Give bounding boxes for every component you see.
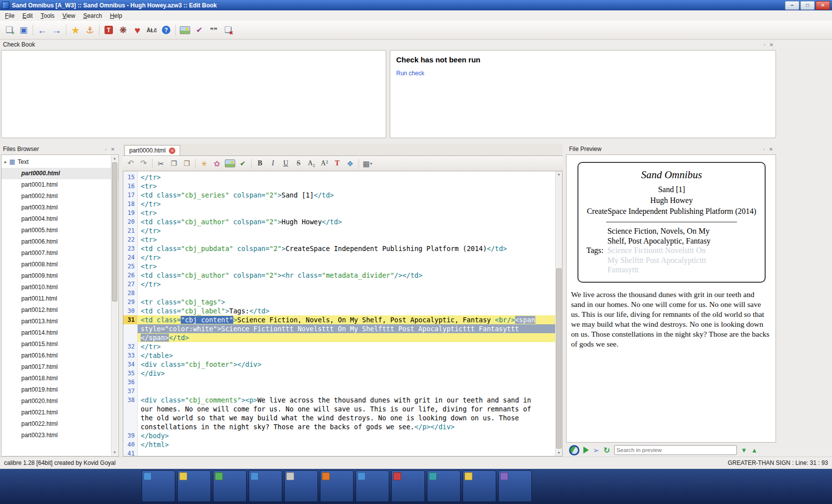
file-item[interactable]: part0015.html bbox=[1, 339, 118, 350]
files-tree-root[interactable]: ▸ ▦ Text bbox=[1, 155, 118, 168]
file-item[interactable]: part0014.html bbox=[1, 327, 118, 339]
maximize-button[interactable]: □ bbox=[800, 1, 815, 10]
file-item[interactable]: part0023.html bbox=[1, 430, 118, 441]
paste-icon[interactable]: ❒ bbox=[181, 157, 193, 169]
redo-icon[interactable]: ↷ bbox=[138, 157, 150, 169]
remove-unused-css-icon[interactable]: ❏✖ bbox=[221, 23, 235, 37]
minimize-button[interactable]: – bbox=[785, 1, 799, 10]
italic-icon[interactable]: I bbox=[267, 157, 279, 169]
taskbar-button[interactable] bbox=[391, 470, 425, 502]
close-panel-icon[interactable]: ✕ bbox=[770, 42, 774, 48]
file-item[interactable]: part0002.html bbox=[1, 191, 118, 202]
donate-star-icon[interactable]: ★ bbox=[69, 23, 82, 37]
spell-check-icon[interactable]: ✔ bbox=[193, 23, 206, 37]
run-check-link[interactable]: Run check bbox=[396, 70, 424, 77]
float-panel-icon[interactable]: ▫ bbox=[763, 147, 765, 152]
file-item[interactable]: part0006.html bbox=[1, 236, 118, 248]
close-button[interactable]: ✕ bbox=[816, 1, 830, 10]
cut-icon[interactable]: ✂ bbox=[155, 157, 167, 169]
file-item[interactable]: part0008.html bbox=[1, 259, 118, 270]
live-preview-icon[interactable] bbox=[569, 445, 579, 455]
scroll-down-icon[interactable]: ▼ bbox=[111, 450, 118, 455]
taskbar-button[interactable] bbox=[284, 470, 318, 502]
file-item[interactable]: part0019.html bbox=[1, 384, 118, 396]
taskbar-button[interactable] bbox=[463, 470, 496, 502]
taskbar-button[interactable] bbox=[249, 470, 282, 502]
taskbar-button[interactable] bbox=[142, 470, 175, 502]
menu-file[interactable]: File bbox=[1, 11, 18, 21]
donate-heart-icon[interactable]: ♥ bbox=[131, 23, 144, 37]
preview-search-input[interactable] bbox=[614, 445, 737, 455]
help-icon[interactable]: ? bbox=[159, 23, 173, 37]
superscript-icon[interactable]: A² bbox=[318, 157, 330, 169]
file-item[interactable]: part0018.html bbox=[1, 373, 118, 384]
file-item[interactable]: part0004.html bbox=[1, 213, 118, 225]
undo-icon[interactable]: ↶ bbox=[125, 157, 137, 169]
find-previous-icon[interactable]: ▲ bbox=[751, 447, 758, 454]
files-scrollbar[interactable]: ▲ ▼ bbox=[111, 155, 118, 455]
forward-icon[interactable]: → bbox=[50, 23, 63, 37]
menu-view[interactable]: View bbox=[58, 11, 79, 21]
scroll-down-icon[interactable]: ▼ bbox=[556, 450, 562, 456]
insert-table-icon[interactable]: ▦▾ bbox=[362, 157, 373, 169]
insert-image-icon[interactable] bbox=[224, 157, 236, 169]
files-scroll-thumb[interactable] bbox=[112, 162, 117, 302]
float-panel-icon[interactable]: ▫ bbox=[105, 147, 107, 152]
file-item[interactable]: part0016.html bbox=[1, 350, 118, 361]
menu-search[interactable]: Search bbox=[79, 11, 106, 21]
strikethrough-icon[interactable]: S bbox=[293, 157, 305, 169]
file-item[interactable]: part0000.html bbox=[1, 168, 118, 179]
file-item[interactable]: part0001.html bbox=[1, 179, 118, 191]
float-panel-icon[interactable]: ▫ bbox=[764, 42, 766, 48]
back-icon[interactable]: ← bbox=[36, 23, 49, 37]
check-book-icon[interactable]: ❋ bbox=[116, 23, 130, 37]
editor-scroll-thumb[interactable] bbox=[556, 268, 562, 449]
file-item[interactable]: part0011.html bbox=[1, 293, 118, 304]
open-in-browser-icon[interactable]: ➢ bbox=[593, 446, 599, 455]
save-icon[interactable]: ▣ bbox=[17, 23, 30, 37]
font-icon[interactable]: T bbox=[102, 23, 115, 37]
reload-preview-icon[interactable]: ↻ bbox=[603, 446, 610, 455]
view-image-icon[interactable] bbox=[178, 23, 192, 37]
file-item[interactable]: part0022.html bbox=[1, 418, 118, 430]
run-preview-icon[interactable] bbox=[583, 447, 589, 454]
taskbar-button[interactable] bbox=[320, 470, 354, 502]
taskbar-button[interactable] bbox=[356, 470, 389, 502]
close-panel-icon[interactable]: ✕ bbox=[769, 147, 773, 152]
menu-tools[interactable]: Tools bbox=[37, 11, 58, 21]
files-tree[interactable]: ▸ ▦ Text part0000.htmlpart0001.htmlpart0… bbox=[1, 154, 119, 456]
check-results-list[interactable] bbox=[1, 50, 386, 138]
taskbar-button[interactable] bbox=[177, 470, 211, 502]
subscript-icon[interactable]: A₂ bbox=[306, 157, 317, 169]
copy-icon[interactable]: ❐ bbox=[168, 157, 180, 169]
preview-render-area[interactable]: Sand Omnibus Sand [1] Hugh Howey CreateS… bbox=[566, 154, 776, 443]
underline-icon[interactable]: U bbox=[280, 157, 292, 169]
close-panel-icon[interactable]: ✕ bbox=[111, 147, 115, 152]
anchor-icon[interactable]: ⚓ bbox=[83, 23, 97, 37]
title-bar[interactable]: Sand Omnibus [A_W3] :: Sand Omnibus - Hu… bbox=[0, 0, 832, 10]
find-next-icon[interactable]: ▼ bbox=[741, 447, 747, 454]
menu-help[interactable]: Help bbox=[106, 11, 126, 21]
editor-scrollbar[interactable]: ▲ ▼ bbox=[555, 171, 562, 456]
file-item[interactable]: part0007.html bbox=[1, 248, 118, 259]
text-color-icon[interactable]: T bbox=[331, 157, 343, 169]
code-editor[interactable]: 1516171819202122232425262728293031323334… bbox=[123, 171, 563, 456]
file-item[interactable]: part0020.html bbox=[1, 396, 118, 407]
scroll-up-icon[interactable]: ▲ bbox=[111, 155, 118, 161]
file-item[interactable]: part0010.html bbox=[1, 282, 118, 293]
file-item[interactable]: part0021.html bbox=[1, 407, 118, 418]
file-item[interactable]: part0012.html bbox=[1, 304, 118, 316]
code-lines[interactable]: </tr><tr><td class="cbj_series" colspan=… bbox=[138, 171, 555, 456]
expander-icon[interactable]: ▸ bbox=[4, 159, 7, 164]
bold-icon[interactable]: B bbox=[254, 157, 266, 169]
file-item[interactable]: part0005.html bbox=[1, 225, 118, 236]
insert-symbol-icon[interactable]: ✿ bbox=[211, 157, 223, 169]
file-item[interactable]: part0013.html bbox=[1, 316, 118, 327]
menu-edit[interactable]: Edit bbox=[18, 11, 37, 21]
smarten-punctuation-icon[interactable]: ❞❞ bbox=[207, 23, 220, 37]
file-item[interactable]: part0003.html bbox=[1, 202, 118, 213]
spell-check-icon[interactable]: ✔ bbox=[237, 157, 249, 169]
taskbar-button[interactable] bbox=[213, 470, 247, 502]
scroll-up-icon[interactable]: ▲ bbox=[556, 171, 562, 177]
new-file-icon[interactable]: ❏+ bbox=[2, 23, 16, 37]
